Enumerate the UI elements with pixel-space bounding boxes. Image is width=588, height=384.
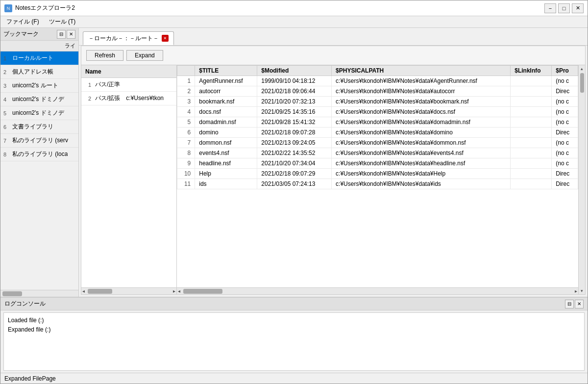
cell-path: c:¥Users¥tkondoh¥IBM¥Notes¥data¥AgentRun…	[332, 76, 511, 86]
sidebar-item-8[interactable]: 8 私のライブラリ (loca	[0, 148, 78, 161]
left-row-2[interactable]: 2 パス/拡張 c:¥Users¥tkon	[81, 92, 176, 105]
table-row[interactable]: 2 autocorr 2021/02/18 09:06:44 c:¥Users¥…	[177, 86, 578, 97]
tab-close-button[interactable]: ✕	[162, 35, 169, 42]
sidebar-item-label-7: 私のライブラリ (serv	[12, 136, 68, 145]
col-header-physicalpath: $PHYSICALPATH	[332, 66, 511, 76]
cell-path: c:¥Users¥tkondoh¥IBM¥Notes¥data¥docs.nsf	[332, 107, 511, 117]
app-icon: N	[4, 4, 12, 12]
cell-title: ids	[195, 179, 257, 189]
log-console-header-buttons: ⊟ ✕	[565, 300, 584, 308]
sidebar: ブックマーク ⊟ ✕ ライ 1 ローカルルート 2 個人アドレス帳	[0, 28, 79, 297]
sidebar-item-4[interactable]: 4 unicorn2's ドミノデ	[0, 93, 78, 106]
cell-linkinfo	[511, 76, 552, 86]
cell-pro: (no c	[552, 76, 578, 86]
cell-modified: 2021/10/20 07:34:04	[257, 158, 332, 169]
tab-local-root[interactable]: －ローカル－：－ルート－ ✕	[83, 31, 174, 45]
sidebar-item-1[interactable]: 1 ローカルルート	[0, 51, 78, 65]
table-row[interactable]: 11 ids 2021/03/05 07:24:13 c:¥Users¥tkon…	[177, 179, 578, 189]
close-button[interactable]: ✕	[572, 3, 584, 13]
log-console-close-button[interactable]: ✕	[575, 300, 584, 308]
log-console: ログコンソール ⊟ ✕ Loaded file (:)Expanded file…	[0, 297, 588, 373]
left-row-1[interactable]: 1 パス/正準	[81, 78, 176, 92]
table-row[interactable]: 1 AgentRunner.nsf 1999/09/10 04:18:12 c:…	[177, 76, 578, 86]
cell-path: c:¥Users¥tkondoh¥IBM¥Notes¥data¥headline…	[332, 158, 511, 169]
table-row[interactable]: 10 Help 2021/02/18 09:07:29 c:¥Users¥tko…	[177, 169, 578, 179]
cell-path: c:¥Users¥tkondoh¥IBM¥Notes¥data¥ids	[332, 179, 511, 189]
cell-path: c:¥Users¥tkondoh¥IBM¥Notes¥data¥autocorr	[332, 86, 511, 97]
cell-title: bookmark.nsf	[195, 97, 257, 107]
sidebar-item-2[interactable]: 2 個人アドレス帳	[0, 65, 78, 79]
table-row[interactable]: 7 dommon.nsf 2021/02/13 09:24:05 c:¥User…	[177, 138, 578, 148]
cell-pro: (no c	[552, 107, 578, 117]
cell-modified: 2021/02/18 09:07:28	[257, 128, 332, 138]
cell-linkinfo	[511, 128, 552, 138]
cell-linkinfo	[511, 97, 552, 107]
sidebar-item-num-3: 3	[3, 83, 9, 89]
maximize-button[interactable]: □	[558, 3, 570, 13]
cell-index: 4	[177, 107, 195, 117]
col-header-modified: $Modified	[257, 66, 332, 76]
sidebar-item-label-4: unicorn2's ドミノデ	[12, 95, 64, 103]
table-row[interactable]: 9 headline.nsf 2021/10/20 07:34:04 c:¥Us…	[177, 158, 578, 169]
cell-title: headline.nsf	[195, 158, 257, 169]
cell-index: 3	[177, 97, 195, 107]
cell-modified: 2021/09/28 15:41:32	[257, 117, 332, 128]
cell-index: 9	[177, 158, 195, 169]
v-scrollbar-thumb	[580, 73, 584, 93]
sidebar-close-button[interactable]: ✕	[67, 30, 75, 39]
expand-button[interactable]: Expand	[126, 50, 163, 61]
sidebar-item-3[interactable]: 3 unicorn2's ルート	[0, 79, 78, 93]
right-pane-scrollbar-v[interactable]: ▴ ▾	[578, 65, 585, 294]
sidebar-item-label-8: 私のライブラリ (loca	[12, 150, 68, 158]
sidebar-item-label-6: 文書ライブラリ	[12, 123, 53, 131]
left-pane-scrollbar-h[interactable]: ◂ ▸	[81, 287, 176, 294]
cell-title: domino	[195, 128, 257, 138]
sidebar-item-num-1: 1	[3, 55, 9, 61]
right-pane-scrollbar-h[interactable]: ◂ ▸	[177, 287, 578, 294]
table-row[interactable]: 8 events4.nsf 2021/02/22 14:35:52 c:¥Use…	[177, 148, 578, 158]
menu-tools[interactable]: ツール (T)	[45, 17, 80, 27]
log-console-body: Loaded file (:)Expanded file (:)	[3, 312, 585, 371]
table-row[interactable]: 6 domino 2021/02/18 09:07:28 c:¥Users¥tk…	[177, 128, 578, 138]
sidebar-scrollbar-h[interactable]	[0, 290, 78, 297]
log-line: Expanded file (:)	[8, 325, 580, 334]
cell-modified: 2021/02/13 09:24:05	[257, 138, 332, 148]
cell-linkinfo	[511, 179, 552, 189]
data-table: $TITLE $Modified $PHYSICALPATH $LinkInfo…	[177, 65, 578, 189]
sidebar-item-num-6: 6	[3, 124, 9, 130]
log-console-restore-button[interactable]: ⊟	[565, 300, 574, 308]
cell-index: 8	[177, 148, 195, 158]
cell-index: 10	[177, 169, 195, 179]
table-row[interactable]: 5 domadmin.nsf 2021/09/28 15:41:32 c:¥Us…	[177, 117, 578, 128]
left-row-text-2: パス/拡張 c:¥Users¥tkon	[95, 94, 164, 102]
col-header-linkinfo: $LinkInfo	[511, 66, 552, 76]
table-row[interactable]: 3 bookmark.nsf 2021/10/20 07:32:13 c:¥Us…	[177, 97, 578, 107]
sidebar-pin-button[interactable]: ⊟	[57, 30, 66, 39]
title-bar-buttons: − □ ✕	[544, 3, 584, 13]
left-row-num-1: 1	[84, 82, 91, 88]
cell-index: 6	[177, 128, 195, 138]
cell-title: autocorr	[195, 86, 257, 97]
cell-path: c:¥Users¥tkondoh¥IBM¥Notes¥data¥dommon.n…	[332, 138, 511, 148]
log-console-title: ログコンソール	[4, 300, 46, 308]
col-header-title: $TITLE	[195, 66, 257, 76]
right-area: －ローカル－：－ルート－ ✕ Refresh Expand Name	[79, 28, 588, 297]
cell-pro: Direc	[552, 169, 578, 179]
minimize-button[interactable]: −	[544, 3, 556, 13]
sidebar-header-buttons: ⊟ ✕	[57, 30, 75, 39]
data-table-wrapper[interactable]: $TITLE $Modified $PHYSICALPATH $LinkInfo…	[177, 65, 578, 287]
content-panel: Refresh Expand Name 1 パス/正準	[81, 46, 586, 295]
menu-file[interactable]: ファイル (F)	[2, 17, 43, 27]
refresh-button[interactable]: Refresh	[86, 50, 123, 61]
sidebar-item-label-2: 個人アドレス帳	[12, 68, 53, 76]
cell-linkinfo	[511, 148, 552, 158]
title-bar-left: N Notesエクスプローラ2	[4, 4, 75, 12]
sidebar-item-5[interactable]: 5 unicorn2's ドミノデ	[0, 106, 78, 120]
sidebar-item-7[interactable]: 7 私のライブラリ (serv	[0, 134, 78, 148]
table-row[interactable]: 4 docs.nsf 2021/09/25 14:35:16 c:¥Users¥…	[177, 107, 578, 117]
sidebar-item-6[interactable]: 6 文書ライブラリ	[0, 120, 78, 134]
sidebar-item-label-5: unicorn2's ドミノデ	[12, 109, 64, 117]
cell-index: 2	[177, 86, 195, 97]
tab-label: －ローカル－：－ルート－	[88, 34, 159, 43]
col-header-pro: $Pro	[552, 66, 578, 76]
